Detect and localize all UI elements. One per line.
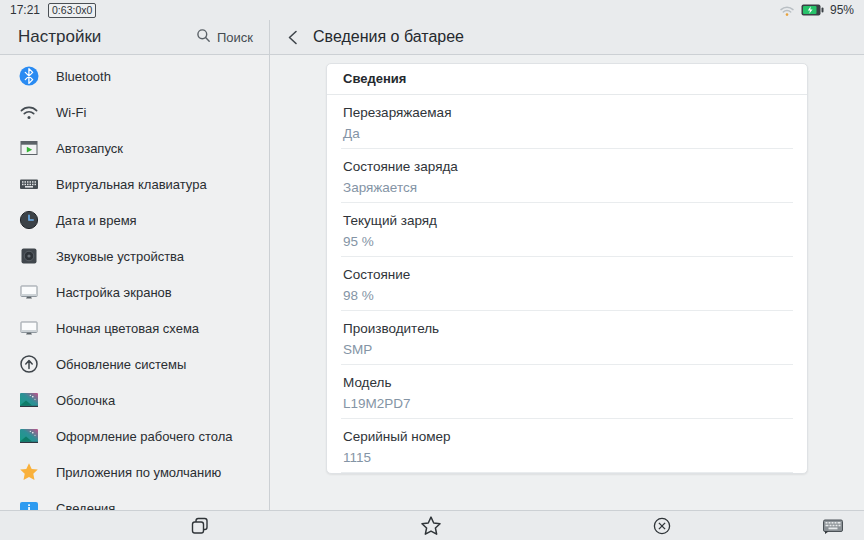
app-title: Настройки (18, 27, 101, 47)
bluetooth-icon (19, 66, 39, 86)
sidebar-item-label: Оформление рабочего стола (56, 429, 233, 444)
info-row-value: 95 % (343, 234, 791, 249)
info-row-label: Производитель (343, 321, 791, 336)
settings-window: 17:21 0:63:0x0 95% (0, 0, 864, 540)
night-color-icon (19, 318, 39, 338)
sidebar-item[interactable]: Виртуальная клавиатура (0, 166, 269, 202)
default-apps-icon (19, 462, 39, 482)
shell-icon (19, 390, 39, 410)
sidebar-item[interactable]: Настройка экранов (0, 274, 269, 310)
sidebar-nav: Bluetooth Wi-Fi Автозапуск Виртуальная к… (0, 55, 270, 510)
info-row-label: Состояние заряда (343, 159, 791, 174)
info-row-value: Да (343, 126, 791, 141)
info-row[interactable]: Производитель SMP (327, 311, 807, 365)
autostart-icon (19, 138, 39, 158)
info-row-value: Заряжается (343, 180, 791, 195)
sidebar-item[interactable]: Автозапуск (0, 130, 269, 166)
info-row-label: Модель (343, 375, 791, 390)
session-badge: 0:63:0x0 (48, 3, 96, 18)
sidebar-item[interactable]: Приложения по умолчанию (0, 454, 269, 490)
sidebar-item[interactable]: Оболочка (0, 382, 269, 418)
clock-icon (19, 210, 39, 230)
info-card: Сведения Перезаряжаемая Да Состояние зар… (326, 63, 808, 474)
header-row: Настройки Поиск Сведения о батарее (0, 20, 864, 55)
info-row-value: L19M2PD7 (343, 396, 791, 411)
info-row-value: 98 % (343, 288, 791, 303)
virtual-keyboard-icon (19, 174, 39, 194)
card-rows: Перезаряжаемая Да Состояние заряда Заряж… (327, 95, 807, 473)
info-row-label: Текущий заряд (343, 213, 791, 228)
info-row[interactable]: Состояние 98 % (327, 257, 807, 311)
audio-icon (19, 246, 39, 266)
sidebar-item-label: Обновление системы (56, 357, 186, 372)
battery-info-panel: Сведения Перезаряжаемая Да Состояние зар… (271, 55, 864, 510)
info-row-label: Состояние (343, 267, 791, 282)
battery-charging-icon[interactable] (801, 4, 824, 16)
back-button[interactable] (286, 29, 300, 46)
sidebar-item[interactable]: Звуковые устройства (0, 238, 269, 274)
page-title: Сведения о батарее (313, 28, 464, 46)
keyboard-toggle-icon[interactable] (823, 518, 844, 535)
search-button[interactable]: Поиск (192, 26, 257, 48)
sidebar-header: Настройки Поиск (0, 20, 270, 54)
desktop-appearance-icon (19, 426, 39, 446)
wifi-icon (19, 102, 39, 122)
info-row-label: Серийный номер (343, 429, 791, 444)
sidebar-item[interactable]: Обновление системы (0, 346, 269, 382)
sidebar-item-label: Автозапуск (56, 141, 123, 156)
sidebar-item[interactable]: Bluetooth (0, 58, 269, 94)
top-status-bar: 17:21 0:63:0x0 95% (0, 0, 864, 20)
bottom-taskbar (0, 510, 864, 540)
sidebar-item[interactable]: Оформление рабочего стола (0, 418, 269, 454)
battery-percent: 95% (830, 3, 854, 17)
info-row-value: 1115 (343, 450, 791, 465)
info-row[interactable]: Состояние заряда Заряжается (327, 149, 807, 203)
wifi-icon[interactable] (779, 3, 795, 17)
sidebar-item-label: Виртуальная клавиатура (56, 177, 207, 192)
sidebar-item-label: Wi-Fi (56, 105, 86, 120)
sidebar-item[interactable]: Wi-Fi (0, 94, 269, 130)
info-row[interactable]: Перезаряжаемая Да (327, 95, 807, 149)
sidebar-item-label: Ночная цветовая схема (56, 321, 199, 336)
sidebar-item-label: Bluetooth (56, 69, 111, 84)
info-row-label: Перезаряжаемая (343, 105, 791, 120)
window-switcher-icon[interactable] (191, 517, 210, 536)
search-icon (196, 28, 211, 46)
sidebar-item-label: Звуковые устройства (56, 249, 184, 264)
sidebar-item[interactable]: Сведения (0, 490, 269, 510)
sidebar-item[interactable]: Ночная цветовая схема (0, 310, 269, 346)
sidebar-item-label: Приложения по умолчанию (56, 465, 221, 480)
search-label: Поиск (217, 30, 253, 45)
page-header: Сведения о батарее (270, 20, 864, 54)
favorites-star-icon[interactable] (421, 516, 442, 536)
close-session-icon[interactable] (653, 517, 671, 535)
card-header: Сведения (327, 64, 807, 95)
sidebar-item-label: Настройка экранов (56, 285, 172, 300)
info-row[interactable]: Текущий заряд 95 % (327, 203, 807, 257)
displays-icon (19, 282, 39, 302)
sidebar-item-label: Оболочка (56, 393, 115, 408)
info-row-value: SMP (343, 342, 791, 357)
info-row[interactable]: Серийный номер 1115 (327, 419, 807, 473)
clock-time: 17:21 (10, 3, 40, 17)
system-update-icon (19, 354, 39, 374)
sidebar-item-label: Дата и время (56, 213, 137, 228)
info-row[interactable]: Модель L19M2PD7 (327, 365, 807, 419)
about-icon (19, 498, 39, 510)
sidebar-item-label: Сведения (56, 501, 115, 511)
sidebar-item[interactable]: Дата и время (0, 202, 269, 238)
